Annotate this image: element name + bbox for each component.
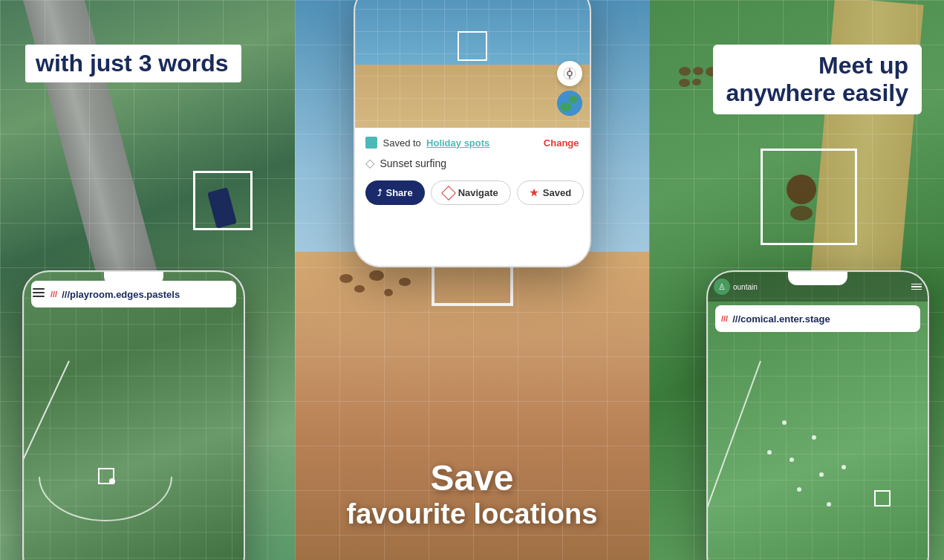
person-1	[679, 67, 691, 76]
phone-notch-left	[104, 272, 163, 285]
phone-screen-bg-right: ♙ ountain /// ///comical.enter.stage	[708, 272, 928, 560]
w3w-address-right: ///comical.enter.stage	[732, 313, 830, 325]
collection-link[interactable]: Holiday spots	[426, 137, 489, 149]
share-button[interactable]: ⤴ Share	[365, 180, 425, 205]
map-dot-5	[819, 472, 824, 477]
bottom-text-middle: Save favourite locations	[347, 458, 598, 530]
phone-top-map	[355, 0, 590, 128]
phone-notch-right	[788, 272, 847, 285]
navigate-icon	[441, 186, 456, 201]
map-dot-4	[767, 450, 772, 455]
phone-screen-bg-left: /// ///playroom.edges.pastels	[24, 272, 244, 560]
map-location-square	[458, 31, 487, 61]
globe-button[interactable]	[557, 91, 582, 116]
action-buttons: ⤴ Share Navigate ★ Saved	[365, 180, 579, 205]
map-dot-1	[782, 420, 787, 425]
small-location-square-left	[98, 468, 114, 484]
right-panel: Meet up anywhere easily ♙ ountain	[649, 0, 944, 560]
right-headline: Meet up anywhere easily	[726, 52, 908, 107]
left-panel: Find any location with just 3 words	[0, 0, 295, 560]
phone-top-screen: Saved to Holiday spots Change ◇ Sunset s…	[355, 0, 590, 266]
middle-panel: Saved to Holiday spots Change ◇ Sunset s…	[295, 0, 649, 560]
navigate-button[interactable]: Navigate	[431, 180, 511, 205]
map-dot-6	[797, 487, 801, 492]
teal-indicator	[365, 137, 377, 149]
person-in-square	[787, 175, 816, 221]
map-dot-2	[812, 435, 816, 440]
person-5	[679, 79, 690, 87]
phone-search-bar-right[interactable]: /// ///comical.enter.stage	[715, 305, 920, 332]
save-headline: Save	[347, 458, 598, 498]
phone-screen-right: ♙ ountain /// ///comical.enter.stage	[708, 272, 928, 560]
phone-right: ♙ ountain /// ///comical.enter.stage	[706, 270, 929, 560]
fountain-label: ♙ ountain	[714, 279, 758, 295]
map-dot-7	[827, 502, 831, 507]
hamburger-menu-left[interactable]	[33, 288, 45, 297]
headline-box-2: with just 3 words	[25, 45, 239, 82]
saved-text: Saved to Holiday spots	[383, 137, 490, 149]
w3w-address-left: ///playroom.edges.pastels	[62, 289, 180, 300]
location-square-left	[193, 171, 253, 230]
saved-row: Saved to Holiday spots Change	[365, 137, 579, 149]
headline-line2: with just 3 words	[36, 51, 229, 76]
location-name: Sunset surfing	[380, 157, 447, 169]
star-icon: ★	[530, 187, 538, 198]
small-loc-sq-right-1	[874, 490, 891, 507]
svg-point-4	[557, 91, 582, 116]
svg-point-5	[560, 102, 572, 111]
person-6	[692, 79, 701, 85]
save-subtext: favourite locations	[347, 498, 598, 530]
location-row: ◇ Sunset surfing	[365, 156, 579, 170]
phone-card-ui: Saved to Holiday spots Change ◇ Sunset s…	[355, 128, 590, 214]
map-dot-3	[790, 458, 794, 462]
change-button[interactable]: Change	[544, 137, 579, 149]
phone-left: /// ///playroom.edges.pastels	[22, 270, 245, 560]
person-2	[693, 67, 703, 75]
pin-icon: ◇	[365, 156, 374, 170]
saved-info: Saved to Holiday spots	[365, 137, 490, 149]
phone-top: Saved to Holiday spots Change ◇ Sunset s…	[354, 0, 591, 267]
right-headline-box: Meet up anywhere easily	[713, 45, 922, 114]
saved-button[interactable]: ★ Saved	[517, 180, 584, 205]
compass-button[interactable]	[557, 61, 582, 86]
share-icon: ⤴	[377, 188, 382, 198]
map-dot-8	[842, 465, 846, 469]
svg-point-6	[569, 96, 578, 103]
phone-screen-left: /// ///playroom.edges.pastels	[24, 272, 244, 560]
